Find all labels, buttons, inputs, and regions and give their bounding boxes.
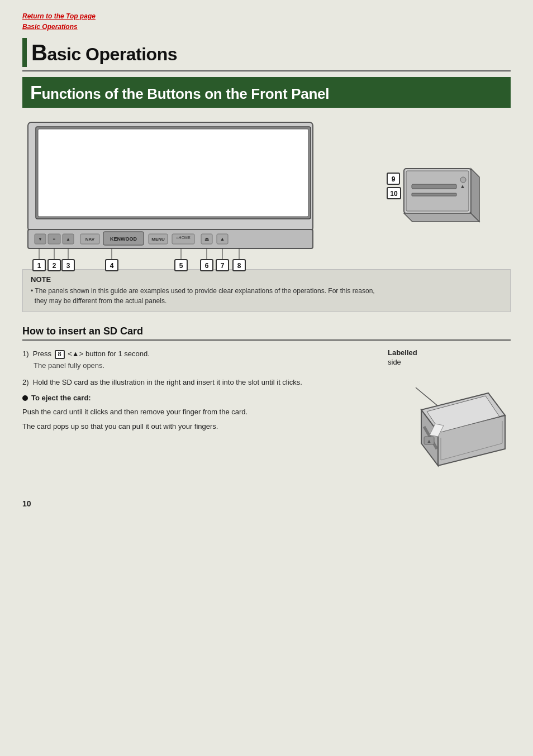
eject-desc-1: Push the card until it clicks and then r… [22,406,377,418]
svg-text:KENWOOD: KENWOOD [110,236,137,242]
device-diagram-container: ▼ ≡ ▲ NAV KENWOOD MENU ⌂HOME ⏏ ▲ [22,117,511,264]
step-2-num: 2) [22,378,31,386]
svg-text:▲: ▲ [427,438,432,444]
front-panel-svg: ▼ ≡ ▲ NAV KENWOOD MENU ⌂HOME ⏏ ▲ [22,117,335,262]
note-title: NOTE [31,275,502,284]
device-diagram: ▼ ≡ ▲ NAV KENWOOD MENU ⌂HOME ⏏ ▲ [22,117,346,264]
svg-text:▲: ▲ [66,237,70,242]
svg-text:6: 6 [205,262,209,270]
step-1-sub: The panel fully opens. [34,360,377,371]
svg-marker-56 [471,169,479,222]
eject-desc-2: The card pops up so that you can pull it… [22,421,377,432]
svg-text:10: 10 [390,190,398,198]
svg-text:≡: ≡ [53,237,56,242]
how-to-title: How to insert an SD Card [22,326,511,341]
page-title: Basic Operations [31,38,177,67]
sub-section-title: Functions of the Buttons on the Front Pa… [30,82,503,103]
svg-text:2: 2 [53,262,56,270]
svg-text:⌂HOME: ⌂HOME [176,236,191,240]
note-body: • The panels shown in this guide are exa… [31,287,375,305]
svg-text:MENU: MENU [151,237,165,242]
svg-text:⏏: ⏏ [204,236,210,242]
breadcrumb: Return to the Top page Basic Operations [22,11,511,32]
step-2-text: Hold the SD card as the illustration in … [33,378,302,386]
svg-text:NAV: NAV [85,237,95,242]
svg-point-54 [460,177,466,183]
svg-text:8: 8 [237,262,241,270]
side-device-svg: 9 10 ▲ [387,169,479,258]
sub-title-rest: unctions of the Buttons on the Front Pan… [41,85,329,102]
svg-rect-52 [412,184,456,189]
how-to-content: 1) Press 8 <▲> button for 1 second. The … [22,348,511,482]
svg-marker-55 [404,213,479,222]
svg-rect-53 [412,193,456,196]
steps-area: 1) Press 8 <▲> button for 1 second. The … [22,348,377,482]
eject-label: To eject the card: [22,394,377,402]
step-1-badge: 8 [55,350,65,359]
bullet-dot [22,395,28,401]
sd-label-group: Labelled side [388,348,511,369]
title-big-letter: B [31,40,47,65]
svg-text:9: 9 [391,175,395,183]
svg-text:▼: ▼ [38,237,42,242]
sd-card-illustration: Labelled side [388,348,511,482]
sub-section-header: Functions of the Buttons on the Front Pa… [22,77,511,108]
sub-title-big-letter: F [30,82,41,103]
section-header: Basic Operations [22,38,511,67]
step-1-num: 1) [22,350,31,358]
title-rest: asic Operations [47,44,177,64]
sd-labelled-text: Labelled [388,348,417,357]
note-box: NOTE • The panels shown in this guide ar… [22,269,511,312]
sd-card-svg: ▲ [393,371,511,482]
title-divider [22,70,511,71]
eject-title: To eject the card: [31,394,91,402]
note-text: • The panels shown in this guide are exa… [31,286,502,306]
section-bar [22,38,27,67]
svg-text:7: 7 [221,262,225,270]
sd-side-text: side [388,358,401,366]
svg-text:3: 3 [66,262,70,270]
page-number: 10 [22,499,511,508]
svg-text:▲: ▲ [460,183,465,189]
step-1-text-before: Press [33,350,54,358]
svg-text:5: 5 [179,262,183,270]
svg-text:4: 4 [110,262,114,270]
step-1-text-after: <▲> button for 1 second. [68,350,150,358]
svg-rect-2 [38,129,308,217]
basic-operations-link[interactable]: Basic Operations [22,22,511,32]
return-top-link[interactable]: Return to the Top page [22,11,511,22]
svg-rect-51 [406,171,469,211]
step-2: 2) Hold the SD card as the illustration … [22,377,377,388]
step-1: 1) Press 8 <▲> button for 1 second. The … [22,348,377,371]
svg-text:▲: ▲ [220,236,225,242]
svg-text:1: 1 [37,262,41,270]
side-device-illustration: 9 10 ▲ [355,169,511,264]
